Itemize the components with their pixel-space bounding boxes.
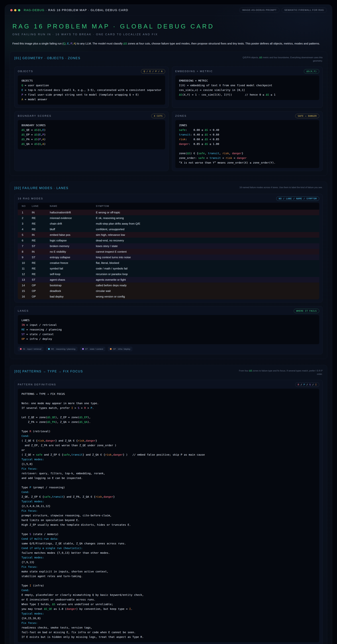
text-token: Note: one mode may appear in more than o… xyxy=(22,402,99,405)
text-token: High Z_EP usually means the template dis… xyxy=(22,523,131,526)
code-line: If E exists but is hidden only by missin… xyxy=(22,635,316,639)
code-line xyxy=(22,424,316,429)
code-line: safe: 0.00 ≤ ΔS < 0.40 xyxy=(179,128,316,132)
text-token: safe xyxy=(44,495,50,498)
text-token: , xyxy=(41,133,42,136)
text-token: = reasoning / planning xyxy=(25,328,62,331)
code-line: transit: 0.40 ≤ ΔS < 0.60 xyxy=(179,132,316,137)
text-token: safe xyxy=(36,453,42,456)
table-cell-no: 1 xyxy=(18,210,30,215)
text-token: ΔS xyxy=(205,128,208,132)
text-token: ΔS xyxy=(266,93,269,96)
text-token: = state / context xyxy=(25,332,54,336)
table-cell-lane: RE xyxy=(30,226,48,232)
code-line: OBJECTS xyxy=(22,78,162,83)
text-token: danger xyxy=(104,495,113,498)
text-token: transit xyxy=(210,156,221,160)
text-token: S xyxy=(309,383,311,386)
table-cell-name: creative freeze xyxy=(48,260,94,266)
code-line: High Z_EP usually means the template dis… xyxy=(22,522,316,527)
text-token: make state explicit in inputs, shorten a… xyxy=(22,570,108,573)
text-token: ( Z_QE ∈ { xyxy=(22,439,38,442)
table-row: 5INembed false possim high, relevance lo… xyxy=(18,232,319,238)
table-cell-no: 9 xyxy=(18,254,30,260)
modes-table: NOLANENAMESYMPTOM 1INhallucination/drift… xyxy=(18,203,319,299)
table-cell-name: logic collapse xyxy=(48,238,94,243)
text-token: ΔS_QE xyxy=(47,416,55,419)
text-token: risk xyxy=(105,453,112,456)
table-cell-symptom: loses story / state xyxy=(94,243,319,249)
lane-dot-icon xyxy=(20,348,22,350)
code-line: Cond: xyxy=(22,588,316,592)
table-cell-symptom: E ok, reasoning wrong xyxy=(94,215,319,221)
code-line: fail-fast on bad or missing E, fix infra… xyxy=(22,630,316,635)
text-token: Q xyxy=(39,142,41,146)
table-cell-symptom: recursion or paradox loop xyxy=(94,271,319,277)
text-token: < xyxy=(221,156,226,160)
code-line: Z_QE, Z_EP ∈ {safe,transit} and Z_PA, Z_… xyxy=(22,494,316,499)
code-line xyxy=(179,146,316,151)
code-line: ( Z_QE ∈ {risk,danger} and Z_QA ∈ {risk,… xyxy=(22,438,316,443)
text-token: , xyxy=(102,495,104,498)
text-token: Type xyxy=(22,430,30,433)
table-cell-no: 15 xyxy=(18,288,30,294)
table-cell-name: embed false pos xyxy=(48,232,94,238)
table-cell-symptom: cannot inspect E content xyxy=(94,249,319,254)
tag-semantic-firewall: SEMANTIC FIREWALL FOR RAG xyxy=(282,8,327,13)
table-cell-lane: OP xyxy=(30,288,48,294)
window-zoom-button[interactable] xyxy=(18,9,20,11)
text-token: WHERE IT FAILS xyxy=(296,310,317,312)
text-token: < 0.40 xyxy=(208,128,219,132)
text-token: E xyxy=(67,42,69,45)
code-line: hard limits on speculation beyond E. xyxy=(22,518,316,522)
text-token: as 1.0 ( xyxy=(52,607,66,610)
text-token: E xyxy=(39,133,41,136)
window-close-button[interactable] xyxy=(10,9,12,11)
code-line: Fix focus: xyxy=(22,508,316,513)
table-header-row: NOLANENAMESYMPTOM xyxy=(18,203,319,210)
code-line: and Z_EP, Z_PA are not worse than Z_QE u… xyxy=(22,443,316,448)
table-column-header: SYMPTOM xyxy=(94,203,319,210)
table-cell-lane: IN xyxy=(30,232,48,238)
text-token: , xyxy=(70,453,71,456)
text-token: Let Z_QE = zone( xyxy=(22,416,47,419)
lane-legend-chip: RE · reasoning / planning xyxy=(46,347,78,351)
text-token: A xyxy=(42,138,44,141)
table-row: 13STagent chaosagents overwrite or fight xyxy=(18,277,319,282)
code-line: Type S (state / memory) xyxy=(22,532,316,536)
code-line: ( Z_QE = safe and Z_EP ∈ {safe,transit} … xyxy=(22,452,316,457)
panel-patterns-badge: R / P / S / I xyxy=(295,382,319,387)
text-token: danger xyxy=(66,607,76,610)
table-cell-lane: RE xyxy=(30,221,48,226)
text-token: ), xyxy=(88,416,91,419)
text-token: ( Z_QE = xyxy=(22,453,36,456)
table-cell-symptom: multi-step plan drifts away from Q/E xyxy=(94,221,319,226)
objects-code-block: OBJECTSQ = user questionE = top-k retrie… xyxy=(18,76,165,105)
text-token: risk xyxy=(222,152,229,155)
zones-code-block: ZONESsafe: 0.00 ≤ ΔS < 0.40transit: 0.40… xyxy=(175,120,319,168)
text-token: ΔS xyxy=(205,142,208,146)
text-token: safe xyxy=(198,152,205,155)
text-token: (X,Y) = 1 - cos_sim(I(X), I(Y)) // hence… xyxy=(182,93,266,96)
window-minimize-button[interactable] xyxy=(14,9,16,11)
table-row: 15OPdeadlockcircular wait xyxy=(18,288,319,294)
text-token: Fix focus: xyxy=(22,565,38,568)
text-token: hard limits on speculation beyond E. xyxy=(22,518,79,522)
lane-legend-chip: OP · infra / deploy xyxy=(108,347,132,351)
table-cell-name: hallucination/drift xyxy=(48,210,94,215)
text-token: } and Z_QA ∈ { xyxy=(83,453,105,456)
text-token: 16 named failure modes across 4 lanes. U… xyxy=(240,186,322,188)
code-line: stabilize agent roles and turn-taking. xyxy=(22,574,316,578)
code-line: {14,15,16,8} xyxy=(22,616,316,621)
text-token: Q/E/P/A objects, xyxy=(242,56,259,58)
table-cell-lane: ST xyxy=(30,254,48,260)
text-token: From four xyxy=(239,370,249,372)
boundary-code-block: BOUNDARY SCORESΔS_QE = ΔS(Q,E)ΔS_EP = ΔS… xyxy=(18,120,165,149)
text-token: ) ∈ { xyxy=(190,152,198,155)
text-token: Typical modes: xyxy=(22,500,44,503)
text-token: danger xyxy=(86,439,96,442)
table-cell-name: no E visibility xyxy=(48,249,94,254)
text-token: transit xyxy=(208,152,219,155)
table-column-header: NO xyxy=(18,203,30,210)
text-token: ΔS xyxy=(22,128,25,132)
